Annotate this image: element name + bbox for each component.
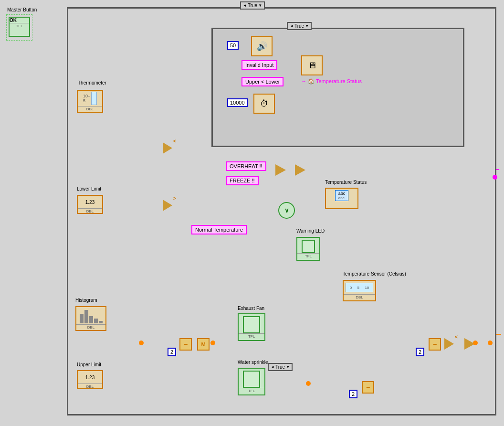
master-button-selection <box>6 14 32 41</box>
sound-icon: 🔊 <box>257 41 267 52</box>
histogram-label: Histogram <box>75 298 97 303</box>
warning-led[interactable]: TFL <box>296 237 320 261</box>
orange-dot-right <box>473 341 478 345</box>
water-sprinkler-label: Water sprinkle <box>238 360 268 365</box>
lower-limit-label: Lower Limit <box>77 186 101 192</box>
overheat-label: OVERHEAT !! <box>226 161 266 171</box>
exhaust-fan[interactable]: TFL <box>238 313 265 341</box>
timer-icon: ⏱ <box>260 99 269 109</box>
number-2-right[interactable]: 2 <box>416 348 424 356</box>
water-sprinkler-tfl: TFL <box>239 388 264 393</box>
temp-status-arrow-label: → 🏠 Temperature Status <box>301 78 362 85</box>
temperature-sensor[interactable]: 0510 DBL <box>343 280 376 301</box>
main-frame: True 50 🔊 Invalid Input 🖥 Upper < Lower <box>67 7 496 415</box>
lower-limit-value: 1.23 <box>85 200 94 205</box>
monitor-node[interactable]: 🖥 <box>301 55 323 75</box>
lower-limit-dbl: DBL <box>78 208 102 213</box>
lower-limit[interactable]: 1.23 DBL <box>77 195 103 214</box>
multiply-node[interactable]: M <box>197 338 210 351</box>
invalid-input-label: Invalid Input <box>242 60 277 70</box>
histogram[interactable]: DBL <box>75 306 106 331</box>
thermometer-label: Thermometer <box>78 80 106 85</box>
inner-frame-top: True 50 🔊 Invalid Input 🖥 Upper < Lower <box>211 28 464 147</box>
orange-dot-far-right <box>488 341 493 345</box>
subtract-node-right[interactable]: − <box>429 338 441 351</box>
less-than-comparator-right[interactable]: < <box>444 338 454 350</box>
freeze-label: FREEZE !! <box>226 176 259 185</box>
upper-limit-dbl: DBL <box>78 383 102 389</box>
number-10000[interactable]: 10000 <box>227 98 248 107</box>
warning-led-tfl: TFL <box>297 253 319 258</box>
led-display <box>302 240 315 253</box>
true-selector-water[interactable]: True <box>268 363 293 371</box>
orange-dot-left <box>139 341 144 345</box>
sound-node[interactable]: 🔊 <box>251 36 273 56</box>
number-50[interactable]: 50 <box>227 41 239 50</box>
orange-dot-mid <box>210 341 215 345</box>
subtract-node-water[interactable]: − <box>362 381 374 394</box>
temp-status-label: Temperature Status <box>325 180 367 185</box>
pink-terminal-dot <box>493 175 497 180</box>
select-node-1[interactable] <box>275 164 286 176</box>
timer-node[interactable]: ⏱ <box>253 94 275 114</box>
water-sprinkler[interactable]: TFL <box>238 368 265 395</box>
number-2-water[interactable]: 2 <box>349 390 357 398</box>
temp-sensor-label: Temperature Sensor (Celsius) <box>343 271 406 277</box>
exhaust-fan-tfl: TFL <box>239 333 264 339</box>
less-than-comparator-1[interactable]: < <box>163 142 172 154</box>
subtract-node-left[interactable]: − <box>179 338 192 351</box>
fan-display <box>243 316 260 333</box>
or-icon: ∨ <box>284 207 289 214</box>
true-selector-main[interactable]: True <box>240 1 265 10</box>
master-button-label: Master Button <box>7 7 37 12</box>
exhaust-fan-label: Exhaust Fan <box>238 306 264 311</box>
upper-limit[interactable]: 1.23 DBL <box>77 370 103 389</box>
temp-status-abc: abc abc <box>335 190 349 201</box>
histogram-dbl: DBL <box>76 324 105 330</box>
number-2-left[interactable]: 2 <box>168 348 176 356</box>
select-node-2[interactable] <box>295 164 305 176</box>
temperature-status[interactable]: abc abc <box>325 188 358 209</box>
greater-than-comparator[interactable]: > <box>163 200 172 211</box>
upper-lower-label: Upper < Lower <box>242 77 284 86</box>
monitor-icon: 🖥 <box>308 61 316 71</box>
upper-limit-label: Upper Limit <box>77 362 101 367</box>
or-gate[interactable]: ∨ <box>278 202 295 219</box>
orange-dot-water <box>306 381 311 386</box>
warning-led-label: Warning LED <box>296 228 325 234</box>
thermometer[interactable]: 10–5– DBL <box>77 90 103 113</box>
thermometer-dbl: DBL <box>78 106 102 111</box>
normal-temp-label: Normal Temperature <box>191 225 247 234</box>
upper-limit-value: 1.23 <box>85 375 94 380</box>
sprinkler-display <box>243 371 260 388</box>
temp-sensor-dbl: DBL <box>344 294 375 299</box>
true-selector-inner[interactable]: True <box>287 22 312 30</box>
